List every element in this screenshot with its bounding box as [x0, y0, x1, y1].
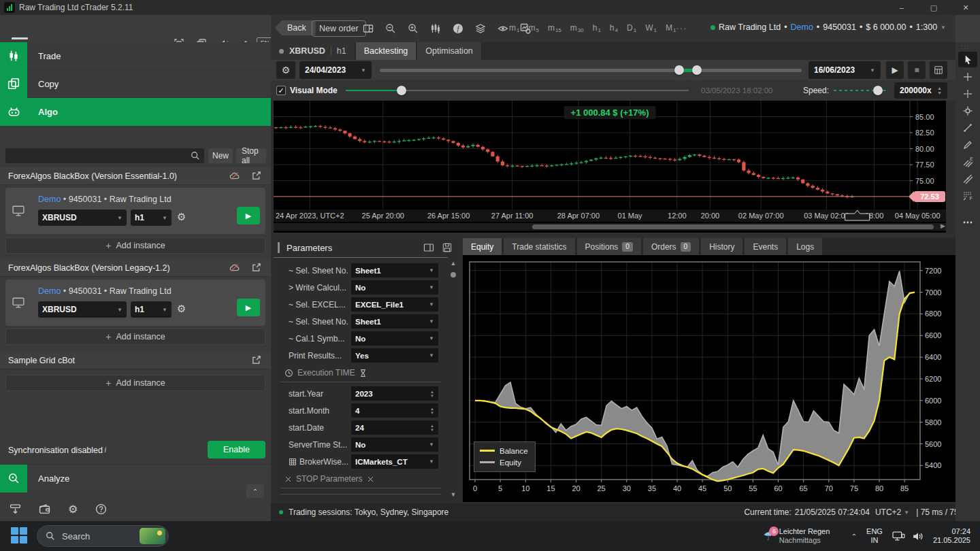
- stop-all-button[interactable]: Stop all: [236, 148, 266, 163]
- tray-chevron-up-icon[interactable]: ⌃: [851, 533, 857, 540]
- timeframe-m30[interactable]: m30: [570, 23, 584, 33]
- toolbar-drag-handle[interactable]: ··· ···: [961, 45, 975, 50]
- trend-line-tool-icon[interactable]: [958, 120, 977, 135]
- scroll-down-arrow-icon[interactable]: ▼: [449, 491, 457, 498]
- timeframe-D1[interactable]: D1: [627, 23, 636, 33]
- layout-icon[interactable]: [361, 21, 376, 36]
- end-date-select[interactable]: 16/06/2023▼: [808, 61, 881, 79]
- clock-widget[interactable]: 07:24 21.05.2025: [933, 527, 970, 545]
- scroll-right-arrow-icon[interactable]: ▶: [941, 222, 945, 229]
- volume-icon[interactable]: [912, 531, 924, 541]
- symbol-select[interactable]: XBRUSD▼: [38, 210, 127, 226]
- parameters-scrollbar[interactable]: ▲ ▼: [449, 260, 457, 498]
- chart-scrollbar-thumb[interactable]: [532, 224, 934, 229]
- cloud-disabled-icon[interactable]: [229, 263, 240, 272]
- chart-scrollbar[interactable]: ▶: [274, 223, 946, 231]
- start-cbot-button[interactable]: ▶: [237, 299, 260, 316]
- back-button[interactable]: Back: [275, 20, 316, 35]
- speed-handle[interactable]: [873, 86, 883, 95]
- visual-mode-checkbox[interactable]: ✓: [276, 86, 286, 95]
- tab-chart-xbrusd[interactable]: XBRUSD h1: [271, 42, 355, 60]
- share-icon[interactable]: [251, 355, 261, 365]
- save-parameters-icon[interactable]: [442, 243, 452, 252]
- settings-gear-icon[interactable]: ⚙: [68, 503, 78, 516]
- parameter-select[interactable]: ICMarkets_CT▼: [351, 454, 438, 469]
- parameter-stepper[interactable]: 24▲▼: [351, 420, 438, 435]
- cbot-header[interactable]: ForexAlgos BlackBox (Version Legacy-1.2): [0, 259, 271, 277]
- taskbar-search[interactable]: Search: [37, 525, 169, 547]
- timeframe-M1[interactable]: M1: [666, 23, 676, 33]
- add-instance-button[interactable]: +Add instance: [5, 237, 265, 254]
- sidebar-item-algo[interactable]: Algo: [0, 98, 271, 126]
- fib-tool-icon[interactable]: E: [958, 154, 977, 169]
- collapse-chevron-up-icon[interactable]: ⌃: [246, 484, 264, 498]
- speed-value-stepper[interactable]: 200000x ▲▼: [894, 82, 947, 99]
- timeframes-more-button[interactable]: ...: [676, 22, 687, 31]
- progress-handle[interactable]: [397, 86, 406, 95]
- zoom-out-icon[interactable]: [383, 21, 398, 36]
- deposit-icon[interactable]: [10, 503, 21, 515]
- backtest-settings-gear-icon[interactable]: ⚙: [276, 61, 295, 79]
- language-indicator[interactable]: ENG IN: [866, 527, 883, 545]
- pattern-f-tool-icon[interactable]: F: [958, 188, 977, 203]
- timeframe-select[interactable]: h1▼: [131, 301, 172, 318]
- symbol-select[interactable]: XBRUSD▼: [38, 301, 127, 318]
- parameter-select[interactable]: Yes▼: [351, 348, 438, 363]
- enable-sync-button[interactable]: Enable: [208, 441, 265, 458]
- sidebar-item-analyze[interactable]: Analyze: [0, 464, 271, 492]
- cbot-header[interactable]: Sample Grid cBot: [0, 352, 271, 369]
- timeframe-h4[interactable]: h4: [610, 23, 618, 33]
- date-range-slider[interactable]: [380, 69, 802, 72]
- tab-positions[interactable]: Positions0: [577, 238, 641, 255]
- tab-history[interactable]: History: [701, 238, 742, 255]
- timeframe-h1[interactable]: h1: [593, 23, 601, 33]
- parameter-select[interactable]: No▼: [351, 331, 438, 346]
- tab-events[interactable]: Events: [745, 238, 786, 255]
- tab-optimisation[interactable]: Optimisation: [417, 42, 480, 60]
- start-button[interactable]: [11, 527, 29, 545]
- timeframe-m15[interactable]: m15: [548, 23, 561, 33]
- parameter-stepper[interactable]: 2023▲▼: [351, 386, 438, 401]
- indicators-icon[interactable]: f: [451, 21, 466, 36]
- timeframe-select[interactable]: h1▼: [131, 210, 172, 226]
- range-start-handle[interactable]: [674, 65, 684, 75]
- help-icon[interactable]: [95, 503, 107, 515]
- start-cbot-button[interactable]: ▶: [237, 207, 260, 224]
- parameter-select[interactable]: Sheet1▼: [351, 314, 438, 329]
- layers-icon[interactable]: [473, 21, 488, 36]
- cbots-search-input[interactable]: [5, 148, 204, 163]
- report-button[interactable]: [930, 61, 947, 79]
- maximize-button[interactable]: ▢: [920, 0, 947, 15]
- eye-icon[interactable]: [495, 21, 510, 36]
- close-button[interactable]: ✕: [952, 0, 979, 15]
- speed-slider[interactable]: [834, 90, 888, 91]
- add-instance-button[interactable]: +Add instance: [5, 375, 265, 391]
- account-selector[interactable]: Raw Trading Ltd • Demo • 9450031 • $ 6 0…: [710, 22, 946, 32]
- stop-backtest-button[interactable]: ■: [908, 61, 926, 79]
- scroll-up-arrow-icon[interactable]: ▲: [449, 260, 457, 267]
- timezone-selector[interactable]: UTC+2: [875, 507, 901, 517]
- parameter-select[interactable]: Sheet1▼: [351, 263, 438, 278]
- instance-settings-gear-icon[interactable]: ⚙: [177, 303, 186, 315]
- tab-logs[interactable]: Logs: [788, 238, 822, 255]
- float-panel-icon[interactable]: [423, 243, 434, 252]
- tab-orders[interactable]: Orders0: [643, 238, 699, 255]
- scrollbar-thumb[interactable]: [451, 272, 456, 278]
- zoom-in-icon[interactable]: [406, 21, 421, 36]
- parameter-select[interactable]: EXCEL_File1▼: [351, 297, 438, 312]
- chart-type-icon[interactable]: [428, 21, 443, 36]
- weather-widget[interactable]: ☂ 6: [763, 529, 773, 544]
- cursor-tool-icon[interactable]: [958, 52, 977, 67]
- parameter-select[interactable]: No▼: [351, 280, 438, 295]
- cross-rect-tool-icon[interactable]: [958, 103, 977, 118]
- cbot-header[interactable]: ForexAlgos BlackBox (Version Essential-1…: [0, 167, 271, 185]
- network-icon[interactable]: [892, 531, 905, 541]
- weather-text[interactable]: Leichter Regen Nachmittags: [779, 527, 842, 545]
- start-date-select[interactable]: 24/04/2023▼: [299, 61, 372, 79]
- price-chart[interactable]: 85.0082.5080.0077.5075.0072.5324 Apr 202…: [274, 101, 946, 233]
- share-icon[interactable]: [251, 171, 261, 181]
- ellipsis-tool-icon[interactable]: [958, 214, 977, 230]
- minimize-button[interactable]: –: [888, 0, 915, 15]
- add-instance-button[interactable]: +Add instance: [5, 329, 265, 345]
- cross-dot-tool-icon[interactable]: [958, 86, 977, 101]
